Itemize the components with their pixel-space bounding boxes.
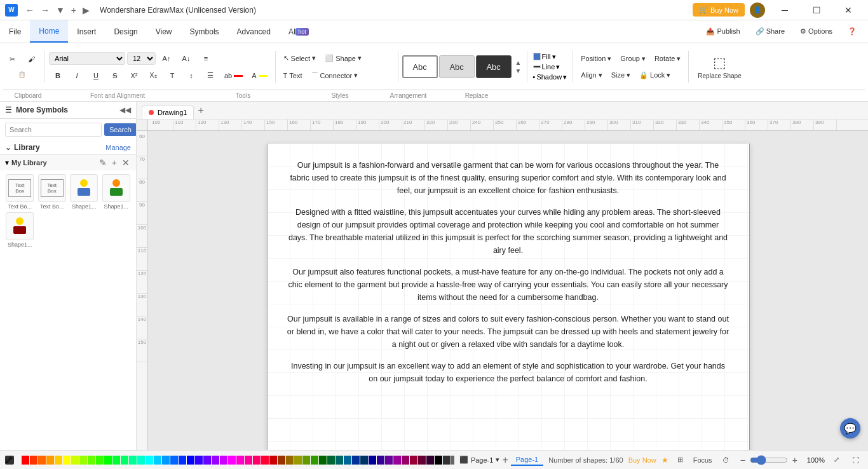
palette-color[interactable]	[154, 456, 161, 465]
maximize-btn[interactable]: ☐	[802, 0, 831, 20]
styles-down-btn[interactable]: ▼	[514, 67, 523, 74]
title-bar-nav[interactable]: ← → ▼ + ▶	[23, 4, 92, 17]
font-decrease-btn[interactable]: A↓	[177, 51, 195, 66]
line-spacing-btn[interactable]: ↕	[182, 68, 200, 83]
help-btn[interactable]: ❓	[841, 25, 863, 38]
library-header[interactable]: ⌄ Library Manage	[0, 140, 136, 154]
palette-color[interactable]	[294, 456, 302, 465]
style-box-2[interactable]: Abc	[439, 55, 475, 78]
superscript-btn[interactable]: X²	[125, 68, 143, 83]
edit-library-btn[interactable]: ✎	[98, 158, 108, 168]
eyedropper-btn[interactable]: 🖉	[5, 456, 14, 465]
palette-color[interactable]	[63, 456, 71, 465]
bullet-btn[interactable]: ☰	[201, 68, 219, 83]
text-align-btn[interactable]: ≡	[197, 51, 215, 66]
palette-color[interactable]	[22, 456, 29, 465]
line-row[interactable]: Line ▾	[531, 62, 569, 72]
palette-color[interactable]	[30, 456, 37, 465]
bold-btn[interactable]: B	[49, 68, 67, 83]
highlight-btn[interactable]: A	[248, 68, 271, 83]
style-box-1[interactable]: Abc	[402, 55, 438, 78]
manage-link[interactable]: Manage	[105, 144, 131, 151]
page-tab[interactable]: Page-1	[511, 454, 543, 466]
size-btn[interactable]: Size▾	[607, 67, 634, 83]
palette-color[interactable]	[377, 456, 384, 465]
drawing1-tab[interactable]: Drawing1	[142, 105, 194, 119]
focus-btn[interactable]: Focus	[689, 455, 716, 465]
palette-color[interactable]	[236, 456, 244, 465]
fullscreen-btn[interactable]: ⛶	[848, 455, 863, 465]
palette-color[interactable]	[311, 456, 318, 465]
palette-color[interactable]	[426, 456, 434, 465]
menu-home[interactable]: Home	[30, 20, 68, 43]
palette-color[interactable]	[55, 456, 62, 465]
palette-color[interactable]	[352, 456, 360, 465]
lock-btn[interactable]: 🔒 Lock▾	[635, 67, 674, 83]
palette-color[interactable]	[443, 456, 451, 465]
font-color-btn[interactable]: ab	[220, 68, 247, 83]
shape-item-5[interactable]: Shape1...	[5, 212, 35, 248]
menu-view[interactable]: View	[147, 20, 181, 43]
palette-color[interactable]	[121, 456, 128, 465]
palette-color[interactable]	[253, 456, 261, 465]
font-increase-btn[interactable]: A↑	[158, 51, 175, 66]
zoom-out-btn[interactable]: −	[738, 455, 747, 465]
palette-color[interactable]	[245, 456, 252, 465]
select-btn[interactable]: ↖ Select ▾	[280, 51, 320, 66]
menu-design[interactable]: Design	[105, 20, 146, 43]
subscript-btn[interactable]: X₂	[144, 68, 162, 83]
palette-color[interactable]	[212, 456, 219, 465]
text-btn[interactable]: T Text	[280, 68, 306, 83]
palette-color[interactable]	[38, 456, 46, 465]
window-controls[interactable]: ─ ☐ ✕	[770, 0, 863, 20]
forward-btn[interactable]: →	[38, 4, 52, 17]
font-size-select[interactable]: 12	[127, 52, 156, 65]
palette-color[interactable]	[96, 456, 104, 465]
buy-now-status-btn[interactable]: Buy Now	[628, 456, 656, 464]
palette-color[interactable]	[79, 456, 87, 465]
text-style-btn[interactable]: T	[163, 68, 181, 83]
align-btn[interactable]: Align▾	[577, 67, 606, 83]
shape-item-4[interactable]: Shape1...	[102, 174, 132, 210]
zoom-slider[interactable]	[750, 455, 788, 465]
palette-color[interactable]	[393, 456, 401, 465]
font-family-select[interactable]: Arial	[49, 52, 125, 65]
palette-color[interactable]	[327, 456, 335, 465]
palette-color[interactable]	[278, 456, 285, 465]
palette-color[interactable]	[385, 456, 393, 465]
add-tab-btn[interactable]: +	[194, 105, 207, 116]
palette-color[interactable]	[203, 456, 211, 465]
palette-color[interactable]	[112, 456, 120, 465]
chat-icon-btn[interactable]: 💬	[840, 418, 860, 438]
palette-color[interactable]	[360, 456, 368, 465]
underline-btn[interactable]: U	[87, 68, 105, 83]
palette-color[interactable]	[344, 456, 351, 465]
palette-color[interactable]	[146, 456, 153, 465]
paste-btn[interactable]: 📋	[13, 67, 31, 82]
palette-color[interactable]	[261, 456, 269, 465]
palette-color[interactable]	[220, 456, 227, 465]
shadow-row[interactable]: ▪ Shadow ▾	[531, 72, 569, 82]
palette-color[interactable]	[179, 456, 186, 465]
palette-color[interactable]	[302, 456, 310, 465]
history-btn[interactable]: ▼	[53, 4, 67, 17]
shape-btn[interactable]: ⬜ Shape ▾	[321, 51, 365, 66]
styles-up-btn[interactable]: ▲	[514, 59, 523, 66]
palette-color[interactable]	[129, 456, 137, 465]
cut-btn[interactable]: ✂	[3, 51, 21, 67]
palette-color[interactable]	[137, 456, 145, 465]
minimize-btn[interactable]: ─	[770, 0, 799, 20]
shape-item-2[interactable]: TextBox Text Bo...	[37, 174, 67, 210]
search-input[interactable]	[5, 123, 102, 137]
palette-color[interactable]	[162, 456, 170, 465]
format-painter-btn[interactable]: 🖌	[22, 51, 40, 67]
menu-advanced[interactable]: Advanced	[228, 20, 280, 43]
canvas-area[interactable]: Our jumpsuit is a fashion-forward and ve…	[148, 131, 868, 450]
menu-ai[interactable]: AI hot	[280, 20, 318, 43]
connector-btn[interactable]: ⌒ Connector ▾	[308, 68, 362, 83]
palette-color[interactable]	[71, 456, 79, 465]
shape-item-3[interactable]: Shape1...	[69, 174, 99, 210]
shape-item-1[interactable]: TextBox Text Bo...	[5, 174, 35, 210]
menu-insert[interactable]: Insert	[68, 20, 105, 43]
rotate-btn[interactable]: Rotate▾	[651, 51, 684, 66]
